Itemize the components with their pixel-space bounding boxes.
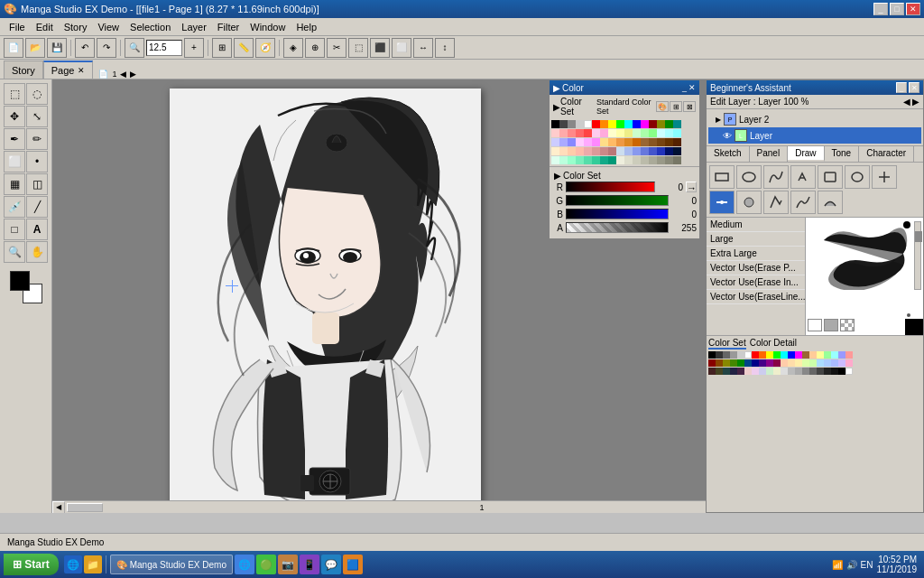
- color-panel-minimize[interactable]: _: [682, 83, 687, 92]
- c52[interactable]: [576, 156, 584, 164]
- mc7[interactable]: [752, 351, 759, 359]
- folder-icon[interactable]: 📁: [84, 555, 102, 573]
- mc49[interactable]: [766, 368, 773, 375]
- c42[interactable]: [624, 147, 633, 155]
- c64[interactable]: [673, 156, 681, 164]
- mc55[interactable]: [809, 368, 817, 375]
- tool-fill[interactable]: ▦: [4, 173, 25, 195]
- c32[interactable]: [673, 138, 681, 146]
- assistant-minimize[interactable]: _: [896, 82, 907, 93]
- color-olive[interactable]: [657, 120, 665, 128]
- brush-size-large[interactable]: Large: [707, 232, 805, 247]
- mc33[interactable]: [795, 359, 802, 367]
- tab-story[interactable]: Story: [4, 61, 43, 79]
- c17[interactable]: [551, 138, 559, 146]
- mc17[interactable]: [824, 351, 831, 359]
- taskbar-icon-7[interactable]: 🟦: [343, 555, 363, 574]
- c51[interactable]: [568, 156, 576, 164]
- c27[interactable]: [633, 138, 641, 146]
- c30[interactable]: [657, 138, 665, 146]
- tool-marquee[interactable]: ⬚: [4, 83, 25, 105]
- tool-brush[interactable]: ✏: [26, 128, 48, 150]
- red-expand-button[interactable]: →: [686, 182, 697, 192]
- c62[interactable]: [657, 156, 665, 164]
- mc30[interactable]: [773, 359, 781, 367]
- mc35[interactable]: [809, 359, 817, 367]
- mc10[interactable]: [773, 351, 781, 359]
- c57[interactable]: [616, 156, 624, 164]
- blue-slider[interactable]: [566, 209, 669, 219]
- tb-extra-3[interactable]: ✂: [327, 38, 346, 58]
- ruler-button[interactable]: 📏: [234, 38, 254, 58]
- mc13[interactable]: [795, 351, 802, 359]
- brush-size-medium[interactable]: Medium: [707, 218, 805, 232]
- cs-tab-colorset[interactable]: Color Set: [708, 338, 746, 350]
- color-blue[interactable]: [633, 120, 641, 128]
- c3[interactable]: [568, 129, 576, 137]
- mc43[interactable]: [723, 368, 730, 375]
- c46[interactable]: [657, 147, 665, 155]
- mc53[interactable]: [795, 368, 802, 375]
- mc29[interactable]: [766, 359, 773, 367]
- c48[interactable]: [673, 147, 681, 155]
- c28[interactable]: [641, 138, 649, 146]
- tb-extra-6[interactable]: ⬜: [392, 38, 411, 58]
- mc31[interactable]: [781, 359, 788, 367]
- c35[interactable]: [568, 147, 576, 155]
- mc21[interactable]: [708, 359, 716, 367]
- c25[interactable]: [616, 138, 624, 146]
- taskbar-app-mangastudio[interactable]: 🎨 Manga Studio EX Demo: [110, 555, 233, 574]
- c14[interactable]: [657, 129, 665, 137]
- navigator-button[interactable]: 🧭: [255, 38, 275, 58]
- c47[interactable]: [665, 147, 673, 155]
- tool-eraser[interactable]: ⬜: [4, 151, 25, 172]
- color-set-btn3[interactable]: ⊠: [683, 101, 696, 112]
- c36[interactable]: [576, 147, 584, 155]
- mc24[interactable]: [730, 359, 737, 367]
- color-darkred[interactable]: [649, 120, 657, 128]
- color-panel-close[interactable]: ✕: [688, 83, 696, 92]
- brush-tool-12[interactable]: [818, 191, 843, 214]
- c39[interactable]: [600, 147, 608, 155]
- close-button[interactable]: ✕: [906, 3, 920, 15]
- color-set-btn2[interactable]: ⊞: [670, 101, 682, 112]
- mc38[interactable]: [831, 359, 838, 367]
- mc44[interactable]: [730, 368, 737, 375]
- tool-hand[interactable]: ✋: [26, 241, 48, 263]
- prev-page-button[interactable]: ◀: [120, 70, 126, 79]
- c49[interactable]: [551, 156, 559, 164]
- taskbar-icon-4[interactable]: 📷: [278, 555, 298, 574]
- swatch-white[interactable]: [808, 319, 822, 331]
- zoom-input[interactable]: 12.5: [146, 40, 182, 56]
- brush-tool-10[interactable]: [763, 191, 789, 214]
- mc26[interactable]: [744, 359, 752, 367]
- brush-vector-erase-p[interactable]: Vector Use(Erase P...: [707, 261, 805, 275]
- undo-button[interactable]: ↶: [75, 38, 95, 58]
- save-button[interactable]: 💾: [47, 38, 67, 58]
- c40[interactable]: [608, 147, 616, 155]
- mc39[interactable]: [838, 359, 845, 367]
- c9[interactable]: [616, 129, 624, 137]
- brush-vector-erase-in[interactable]: Vector Use(Erase In...: [707, 275, 805, 290]
- layer-main[interactable]: 👁 L Layer: [708, 127, 921, 144]
- c19[interactable]: [568, 138, 576, 146]
- c8[interactable]: [608, 129, 616, 137]
- menu-layer[interactable]: Layer: [176, 20, 212, 34]
- taskbar-icon-2[interactable]: 🌐: [235, 555, 254, 574]
- c16[interactable]: [673, 129, 681, 137]
- tool-line[interactable]: ╱: [26, 196, 48, 218]
- start-button[interactable]: ⊞ Start: [4, 554, 59, 575]
- mc14[interactable]: [802, 351, 809, 359]
- mc2[interactable]: [716, 351, 723, 359]
- color-lightgray[interactable]: [576, 120, 584, 128]
- c55[interactable]: [600, 156, 608, 164]
- assistant-close[interactable]: ✕: [909, 82, 919, 93]
- mc15[interactable]: [809, 351, 817, 359]
- tab-close-icon[interactable]: ✕: [78, 66, 85, 75]
- mc51[interactable]: [781, 368, 788, 375]
- color-orange[interactable]: [600, 120, 608, 128]
- red-slider[interactable]: [566, 182, 655, 192]
- mc41[interactable]: [708, 368, 716, 375]
- color-green[interactable]: [616, 120, 624, 128]
- color-black[interactable]: [551, 120, 559, 128]
